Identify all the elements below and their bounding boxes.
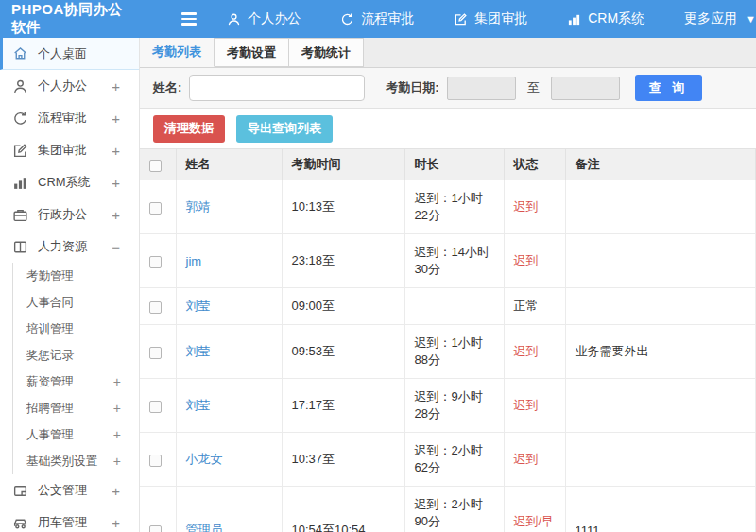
row-checkbox[interactable] [149, 347, 162, 359]
row-checkbox[interactable] [149, 455, 162, 467]
sidebar-subitem-personnel-mgmt[interactable]: 人事管理 + [13, 421, 139, 448]
sidebar-item-document-mgmt[interactable]: 公文管理 + [0, 474, 139, 506]
attendance-time: 23:18至 [282, 234, 404, 288]
expand-plus-icon[interactable]: + [112, 78, 120, 94]
sidebar-item-personal-desktop[interactable]: 个人桌面 [0, 38, 139, 70]
status-text: 迟到 [514, 253, 539, 267]
expand-plus-icon[interactable]: + [112, 111, 120, 127]
nav-crm-system[interactable]: CRM系统 [567, 10, 644, 27]
row-checkbox[interactable] [149, 301, 162, 314]
person-icon [227, 12, 241, 26]
col-status: 状态 [504, 149, 565, 180]
select-all-checkbox[interactable] [149, 160, 162, 172]
app-title: PHPOA协同办公软件 [0, 1, 128, 37]
menu-toggle-icon[interactable] [181, 9, 198, 28]
sidebar-subitem-reward-punishment[interactable]: 奖惩记录 [13, 342, 139, 369]
name-label: 姓名: [153, 79, 181, 96]
row-checkbox[interactable] [149, 525, 162, 532]
sidebar-subitem-recruit-mgmt[interactable]: 招聘管理 + [13, 395, 139, 421]
filter-bar: 姓名: 考勤日期: 至 查 询 [140, 68, 756, 109]
employee-name-link[interactable]: 管理员 [186, 523, 223, 532]
sidebar-item-admin-office[interactable]: 行政办公 + [0, 198, 139, 231]
status-text: 迟到 [514, 452, 539, 466]
clear-data-button[interactable]: 清理数据 [153, 115, 225, 143]
duration-cell: 迟到：2小时62分 [404, 433, 504, 487]
expand-plus-icon[interactable]: + [112, 143, 120, 159]
duration-cell: 迟到：2小时90分早退：7小时10分 [404, 487, 504, 532]
sidebar-item-workflow-approval[interactable]: 流程审批 + [0, 102, 139, 134]
nav-personal-office[interactable]: 个人办公 [227, 10, 301, 27]
expand-plus-icon[interactable]: + [112, 207, 120, 223]
attendance-time: 10:54至10:54 [282, 487, 404, 532]
date-to-input[interactable] [551, 77, 620, 100]
home-icon [12, 45, 28, 61]
sidebar-subitem-salary-mgmt[interactable]: 薪资管理 + [13, 369, 139, 395]
row-checkbox[interactable] [149, 202, 162, 215]
remark-cell [565, 180, 756, 234]
col-name: 姓名 [176, 149, 282, 180]
date-from-input[interactable] [447, 77, 516, 100]
expand-plus-icon[interactable]: + [113, 454, 121, 469]
sidebar-item-personal-office[interactable]: 个人办公 + [0, 70, 139, 102]
remark-cell: 业务需要外出 [565, 325, 756, 379]
sidebar-subitem-base-category-settings[interactable]: 基础类别设置 + [13, 448, 139, 474]
sidebar-subitem-hr-contract[interactable]: 人事合同 [13, 289, 139, 316]
employee-name-link[interactable]: 郭靖 [186, 199, 211, 214]
expand-plus-icon[interactable]: + [113, 427, 121, 442]
briefcase-icon [12, 207, 28, 223]
sidebar-subitem-training-mgmt[interactable]: 培训管理 [13, 316, 139, 342]
expand-plus-icon[interactable]: + [112, 515, 120, 531]
collapse-minus-icon[interactable]: − [112, 239, 120, 255]
employee-name-link[interactable]: 刘莹 [186, 299, 211, 313]
table-row: 管理员 10:54至10:54 迟到：2小时90分早退：7小时10分 迟到/早退… [140, 487, 756, 532]
query-button[interactable]: 查 询 [635, 75, 703, 101]
sidebar-item-crm-system[interactable]: CRM系统 + [0, 166, 139, 198]
flow-icon [12, 111, 28, 127]
employee-name-link[interactable]: 小龙女 [186, 452, 223, 466]
duration-cell: 迟到：14小时30分 [404, 234, 504, 288]
duration-cell: 迟到：1小时22分 [404, 180, 504, 234]
sidebar-item-human-resources[interactable]: 人力资源 − [0, 231, 139, 263]
hr-submenu: 考勤管理 人事合同 培训管理 奖惩记录 薪资管理 + 招聘管理 + 人事管理 + [12, 263, 139, 474]
remark-cell [565, 288, 756, 325]
nav-more-apps[interactable]: 更多应用 ▼ [684, 10, 756, 27]
attendance-time: 17:17至 [282, 379, 404, 433]
export-list-button[interactable]: 导出查询列表 [236, 115, 333, 143]
sidebar-item-vehicle-mgmt[interactable]: 用车管理 + [0, 506, 139, 532]
edit-icon [454, 12, 468, 26]
chart-icon [12, 175, 28, 191]
duration-cell: 迟到：1小时88分 [404, 325, 504, 379]
name-input[interactable] [189, 75, 365, 101]
expand-plus-icon[interactable]: + [113, 374, 121, 389]
row-checkbox[interactable] [149, 401, 162, 413]
expand-plus-icon[interactable]: + [112, 483, 120, 499]
sidebar-subitem-attendance-mgmt[interactable]: 考勤管理 [13, 263, 139, 289]
status-text: 迟到 [514, 199, 539, 214]
duration-cell [404, 288, 504, 325]
attendance-table: 姓名 考勤时间 时长 状态 备注 郭靖 10:13至 迟到：1小时22分 迟到 [140, 148, 756, 532]
topbar: PHPOA协同办公软件 个人办公 流程审批 集团审批 CRM系统 更多应用 ▼ [0, 0, 756, 38]
table-row: jim 23:18至 迟到：14小时30分 迟到 [140, 234, 756, 288]
tab-attendance-stats[interactable]: 考勤统计 [289, 38, 364, 67]
col-remark: 备注 [565, 149, 756, 180]
attendance-time: 10:13至 [282, 180, 404, 234]
status-text: 迟到 [514, 344, 539, 358]
status-text: 正常 [514, 299, 539, 313]
tab-attendance-list[interactable]: 考勤列表 [140, 38, 215, 67]
car-icon [12, 515, 28, 531]
sidebar-item-group-approval[interactable]: 集团审批 + [0, 134, 139, 166]
employee-name-link[interactable]: 刘莹 [186, 344, 211, 358]
employee-name-link[interactable]: jim [186, 254, 202, 268]
row-checkbox[interactable] [149, 256, 162, 268]
attendance-time: 10:37至 [282, 433, 404, 487]
expand-plus-icon[interactable]: + [112, 175, 120, 191]
col-time: 考勤时间 [282, 149, 404, 180]
expand-plus-icon[interactable]: + [113, 401, 121, 416]
tab-attendance-settings[interactable]: 考勤设置 [215, 38, 289, 67]
employee-name-link[interactable]: 刘莹 [186, 398, 211, 412]
top-navigation: 个人办公 流程审批 集团审批 CRM系统 更多应用 ▼ [227, 10, 756, 27]
nav-group-approval[interactable]: 集团审批 [454, 10, 527, 27]
nav-workflow-approval[interactable]: 流程审批 [340, 10, 414, 27]
to-label: 至 [527, 79, 540, 96]
edit-icon [12, 143, 28, 159]
